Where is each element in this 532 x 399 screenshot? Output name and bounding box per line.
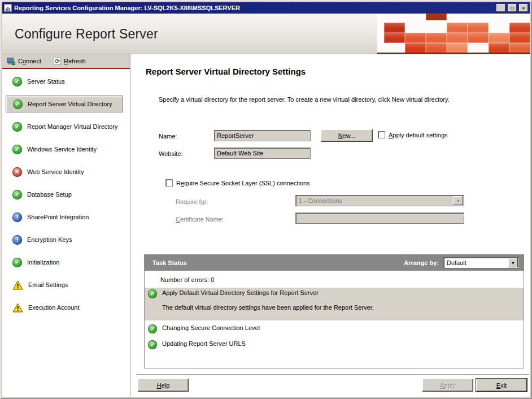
sidebar-item-web-service-identity[interactable]: ✕ Web Service Identity — [6, 161, 123, 183]
mosaic-cell — [468, 23, 489, 33]
sidebar-item-label: Server Status — [27, 78, 65, 85]
maximize-button[interactable]: □ — [508, 4, 517, 12]
require-for-label: Require for: — [176, 198, 208, 205]
sidebar-item-label: Windows Service Identity — [27, 146, 97, 153]
page-header-title: Configure Report Server — [15, 26, 158, 41]
apply-default-settings-checkbox-row: Apply default settings — [378, 131, 448, 138]
success-icon: ✓ — [148, 289, 157, 298]
task-row[interactable]: ✓ Changing Secure Connection Level — [145, 323, 524, 335]
arrange-by-label: Arrange by: — [404, 259, 439, 266]
task-row[interactable]: ✓ Updating Report Server URLS — [145, 339, 524, 351]
name-input[interactable] — [214, 130, 311, 141]
arrange-by-dropdown[interactable]: Default ▼ — [443, 257, 519, 268]
certificate-name-label: Certificate Name: — [176, 216, 224, 223]
minimize-button[interactable]: _ — [496, 4, 505, 12]
refresh-button[interactable]: ⟳ Refresh — [54, 58, 86, 65]
task-status-panel: Task Status Arrange by: Default ▼ Number… — [144, 254, 524, 368]
info-icon: ! — [12, 212, 22, 222]
task-status-body: Number of errors: 0 ✓ Apply Default Virt… — [145, 271, 524, 368]
help-button[interactable]: Help — [138, 379, 189, 392]
sidebar-item-label: Execution Account — [28, 304, 80, 311]
arrange-by-value: Default — [444, 259, 508, 266]
mosaic-cell — [489, 43, 509, 53]
task-status-header: Task Status Arrange by: Default ▼ — [145, 255, 524, 271]
warning-icon — [12, 303, 23, 313]
website-label: Website: — [159, 150, 183, 157]
task-row[interactable]: ✓ Apply Default Virtual Directory Settin… — [145, 288, 524, 320]
page-title: Report Server Virtual Directory Settings — [146, 67, 306, 76]
mosaic-cell — [384, 23, 405, 33]
page-header: Configure Report Server — [2, 14, 530, 54]
ssl-checkbox-row: Require Secure Socket Layer (SSL) connec… — [165, 179, 310, 187]
sidebar-item-server-status[interactable]: ✓ Server Status — [6, 70, 123, 93]
connect-icon — [7, 58, 15, 65]
success-icon: ✓ — [13, 99, 23, 109]
navigation-sidebar: ✓ Server Status ✓ Report Server Virtual … — [2, 69, 130, 397]
mosaic-cell — [405, 33, 426, 43]
chevron-down-icon[interactable]: ▼ — [508, 258, 518, 267]
mosaic-cell — [405, 43, 426, 53]
sidebar-item-label: SharePoint Integration — [27, 214, 89, 220]
info-icon: ! — [12, 235, 22, 245]
ssl-checkbox-label: Require Secure Socket Layer (SSL) connec… — [176, 180, 310, 187]
refresh-label: Refresh — [64, 58, 86, 64]
task-label: Apply Default Virtual Directory Settings… — [162, 289, 319, 296]
sidebar-item-encryption-keys[interactable]: ! Encryption Keys — [6, 228, 123, 251]
apply-button: Apply — [422, 379, 473, 392]
require-for-value: 1 - Connections — [296, 197, 453, 204]
sidebar-item-label: Web Service Identity — [27, 168, 84, 175]
require-for-dropdown[interactable]: 1 - Connections ▼ — [295, 195, 464, 206]
sidebar-item-windows-service-identity[interactable]: ✓ Windows Service Identity — [6, 138, 123, 161]
name-label: Name: — [159, 133, 177, 140]
task-label: Updating Report Server URLS — [162, 340, 246, 347]
new-virtual-directory-button[interactable]: New... — [321, 129, 373, 142]
task-description: The default virtual directory settings h… — [162, 304, 374, 311]
sidebar-item-report-server-virtual-directory[interactable]: ✓ Report Server Virtual Directory — [6, 96, 123, 112]
warning-icon — [12, 280, 23, 290]
mosaic-cell — [509, 33, 530, 43]
left-column: Connect ⟳ Refresh ✓ Server Status ✓ Repo… — [2, 54, 130, 397]
success-icon: ✓ — [12, 77, 22, 86]
sidebar-item-report-manager-virtual-directory[interactable]: ✓ Report Manager Virtual Directory — [6, 115, 123, 138]
certificate-name-input[interactable] — [295, 212, 464, 224]
sidebar-item-label: Database Setup — [27, 191, 72, 198]
apply-default-settings-checkbox[interactable] — [378, 131, 385, 138]
ssl-checkbox[interactable] — [165, 179, 173, 187]
sidebar-item-initialization[interactable]: ✓ Initialization — [6, 251, 123, 274]
sidebar-item-label: Encryption Keys — [27, 236, 72, 243]
error-icon: ✕ — [12, 167, 22, 177]
success-icon: ✓ — [148, 324, 157, 333]
task-status-title: Task Status — [152, 259, 187, 266]
sidebar-item-email-settings[interactable]: Email Settings — [6, 274, 123, 296]
sidebar-item-database-setup[interactable]: ✓ Database Setup — [6, 183, 123, 206]
exit-button[interactable]: Exit — [476, 379, 527, 392]
sidebar-item-label: Initialization — [27, 259, 59, 266]
title-bar[interactable]: Reporting Services Configuration Manager… — [2, 2, 530, 14]
sidebar-item-execution-account[interactable]: Execution Account — [6, 296, 123, 319]
mosaic-cell — [509, 43, 530, 53]
error-count: Number of errors: 0 — [160, 276, 214, 283]
sidebar-item-sharepoint-integration[interactable]: ! SharePoint Integration — [6, 206, 123, 228]
page-description: Specify a virtual directory for the repo… — [159, 96, 498, 103]
sidebar-item-label: Report Manager Virtual Directory — [27, 123, 118, 130]
success-icon: ✓ — [12, 258, 22, 267]
mosaic-cell — [509, 23, 530, 33]
window-title: Reporting Services Configuration Manager… — [14, 5, 494, 11]
footer-divider — [136, 374, 529, 375]
website-input[interactable] — [214, 148, 311, 159]
app-window: Reporting Services Configuration Manager… — [0, 0, 532, 399]
close-button[interactable]: ✕ — [519, 4, 528, 12]
main-panel: Report Server Virtual Directory Settings… — [130, 54, 530, 397]
sidebar-item-label: Email Settings — [28, 281, 68, 288]
task-label: Changing Secure Connection Level — [162, 324, 260, 331]
chevron-down-icon[interactable]: ▼ — [453, 196, 463, 205]
connect-button[interactable]: Connect — [7, 58, 41, 65]
mosaic-cell — [489, 33, 509, 43]
sidebar-item-label: Report Server Virtual Directory — [28, 101, 112, 107]
success-icon: ✓ — [12, 190, 22, 200]
apply-default-settings-label: Apply default settings — [389, 132, 448, 138]
success-icon: ✓ — [12, 145, 22, 154]
brand-mosaic-graphic — [377, 14, 530, 54]
mosaic-cell — [447, 23, 468, 33]
mosaic-cell — [426, 14, 447, 20]
